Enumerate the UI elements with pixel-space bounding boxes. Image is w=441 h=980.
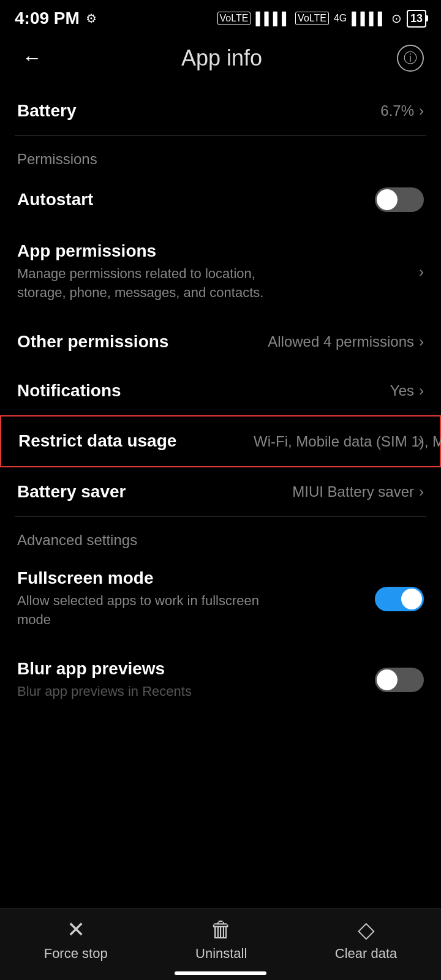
restrict-data-title: Restrict data usage <box>18 431 254 451</box>
blur-previews-title: Blur app previews <box>17 659 375 679</box>
uninstall-icon: 🗑 <box>210 919 232 941</box>
app-permissions-title: App permissions <box>17 241 419 261</box>
autostart-toggle-knob <box>377 189 398 210</box>
chevron-icon: › <box>419 333 424 350</box>
force-stop-icon: ✕ <box>67 919 85 941</box>
battery-saver-item[interactable]: Battery saver MIUI Battery saver › <box>0 467 441 516</box>
top-bar: ← App info ⓘ <box>0 34 441 86</box>
chevron-icon: › <box>419 382 424 399</box>
fullscreen-mode-item[interactable]: Fullscreen mode Allow selected apps to w… <box>0 554 441 644</box>
fullscreen-mode-title: Fullscreen mode <box>17 568 375 588</box>
chevron-icon: › <box>419 263 424 281</box>
battery-title: Battery <box>17 101 380 121</box>
status-right: VoLTE ▌▌▌▌ VoLTE 4G ▌▌▌▌ ⊙ 13 <box>217 10 426 28</box>
home-indicator <box>175 971 266 975</box>
uninstall-label: Uninstall <box>195 946 247 962</box>
notifications-right: Yes › <box>390 382 424 399</box>
volte2-icon: VoLTE <box>295 12 329 25</box>
autostart-title: Autostart <box>17 190 375 209</box>
fourgicon: 4G <box>334 13 347 24</box>
info-button[interactable]: ⓘ <box>397 45 424 72</box>
status-time: 4:09 PM <box>15 9 80 28</box>
battery-indicator: 13 <box>407 10 426 28</box>
force-stop-label: Force stop <box>44 946 108 962</box>
chevron-icon: › <box>419 102 424 119</box>
restrict-data-value: Wi-Fi, Mobile data (SIM 1), Mobile data … <box>254 431 413 452</box>
battery-saver-title: Battery saver <box>17 482 292 502</box>
chevron-icon: › <box>418 432 423 450</box>
page-title: App info <box>181 45 262 71</box>
app-permissions-subtitle: Manage permissions related to location, … <box>17 265 287 303</box>
battery-item[interactable]: Battery 6.7% › <box>0 86 441 135</box>
other-permissions-item[interactable]: Other permissions Allowed 4 permissions … <box>0 317 441 366</box>
restrict-data-item[interactable]: Restrict data usage Wi-Fi, Mobile data (… <box>0 415 441 468</box>
battery-saver-value: MIUI Battery saver <box>292 483 414 500</box>
chevron-icon: › <box>419 483 424 500</box>
autostart-item[interactable]: Autostart <box>0 173 441 227</box>
battery-value: 6.7% <box>380 102 414 119</box>
wifi-icon: ⊙ <box>391 11 402 26</box>
notifications-value: Yes <box>390 382 414 399</box>
battery-right: 6.7% › <box>380 102 424 119</box>
uninstall-button[interactable]: 🗑 Uninstall <box>195 919 247 962</box>
status-bar: 4:09 PM ⚙ VoLTE ▌▌▌▌ VoLTE 4G ▌▌▌▌ ⊙ 13 <box>0 0 441 34</box>
fullscreen-toggle[interactable] <box>375 587 424 611</box>
fullscreen-mode-subtitle: Allow selected apps to work in fullscree… <box>17 592 287 630</box>
clear-data-label: Clear data <box>335 946 398 962</box>
permissions-section-label: Permissions <box>0 136 441 173</box>
info-circle-icon: ⓘ <box>404 49 417 67</box>
blur-previews-item[interactable]: Blur app previews Blur app previews in R… <box>0 644 441 716</box>
force-stop-button[interactable]: ✕ Force stop <box>44 919 108 962</box>
other-permissions-title: Other permissions <box>17 332 268 352</box>
advanced-section-label: Advanced settings <box>0 517 441 554</box>
status-left: 4:09 PM ⚙ <box>15 9 97 28</box>
fullscreen-toggle-knob <box>401 589 422 609</box>
signal1-icon: ▌▌▌▌ <box>255 12 290 26</box>
volte-icon: VoLTE <box>217 12 251 25</box>
other-permissions-right: Allowed 4 permissions › <box>268 333 424 350</box>
clear-data-icon: ◇ <box>358 919 375 941</box>
back-button[interactable]: ← <box>17 44 47 72</box>
blur-previews-subtitle: Blur app previews in Recents <box>17 682 287 701</box>
blur-previews-toggle-knob <box>377 669 398 690</box>
clear-data-button[interactable]: ◇ Clear data <box>335 919 398 962</box>
battery-saver-right: MIUI Battery saver › <box>292 483 424 500</box>
bottom-nav: ✕ Force stop 🗑 Uninstall ◇ Clear data <box>0 908 441 980</box>
restrict-data-right: Wi-Fi, Mobile data (SIM 1), Mobile data … <box>254 431 423 452</box>
autostart-toggle[interactable] <box>375 187 424 212</box>
blur-previews-toggle[interactable] <box>375 668 424 692</box>
notifications-item[interactable]: Notifications Yes › <box>0 366 441 415</box>
other-permissions-value: Allowed 4 permissions <box>268 333 414 350</box>
settings-gear-icon: ⚙ <box>86 11 97 26</box>
signal2-icon: ▌▌▌▌ <box>352 12 386 26</box>
notifications-title: Notifications <box>17 381 390 401</box>
app-permissions-item[interactable]: App permissions Manage permissions relat… <box>0 227 441 317</box>
